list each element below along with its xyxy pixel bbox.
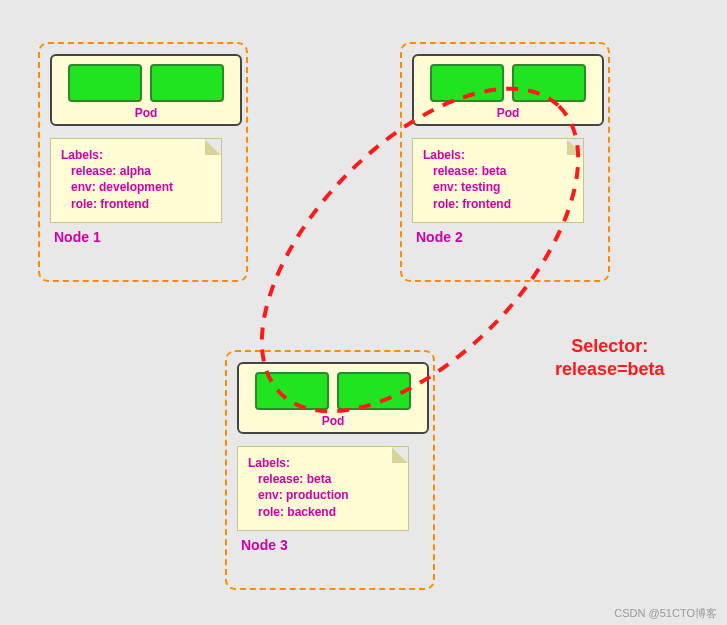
container: [512, 64, 586, 102]
node-2: Pod Labels: release: beta env: testing r…: [400, 42, 610, 282]
labels-title: Labels:: [248, 455, 398, 471]
selector-line2: release=beta: [555, 358, 665, 381]
pod-label: Pod: [497, 106, 520, 120]
watermark: CSDN @51CTO博客: [614, 606, 717, 621]
container: [337, 372, 411, 410]
label-env: env: testing: [423, 179, 573, 195]
pod-containers: [430, 64, 586, 102]
labels-note: Labels: release: beta env: production ro…: [237, 446, 409, 531]
labels-note: Labels: release: alpha env: development …: [50, 138, 222, 223]
label-release: release: beta: [248, 471, 398, 487]
pod: Pod: [50, 54, 242, 126]
node-title: Node 2: [412, 229, 598, 245]
label-env: env: development: [61, 179, 211, 195]
pod: Pod: [412, 54, 604, 126]
container: [255, 372, 329, 410]
container: [150, 64, 224, 102]
node-title: Node 1: [50, 229, 236, 245]
label-role: role: frontend: [61, 196, 211, 212]
node-title: Node 3: [237, 537, 423, 553]
labels-title: Labels:: [423, 147, 573, 163]
label-role: role: frontend: [423, 196, 573, 212]
pod-label: Pod: [135, 106, 158, 120]
container: [68, 64, 142, 102]
node-3: Pod Labels: release: beta env: productio…: [225, 350, 435, 590]
pod-containers: [255, 372, 411, 410]
pod-containers: [68, 64, 224, 102]
selector-line1: Selector:: [555, 335, 665, 358]
label-release: release: beta: [423, 163, 573, 179]
label-release: release: alpha: [61, 163, 211, 179]
labels-note: Labels: release: beta env: testing role:…: [412, 138, 584, 223]
selector-label: Selector: release=beta: [555, 335, 665, 382]
labels-title: Labels:: [61, 147, 211, 163]
label-env: env: production: [248, 487, 398, 503]
label-role: role: backend: [248, 504, 398, 520]
node-1: Pod Labels: release: alpha env: developm…: [38, 42, 248, 282]
pod-label: Pod: [322, 414, 345, 428]
pod: Pod: [237, 362, 429, 434]
container: [430, 64, 504, 102]
